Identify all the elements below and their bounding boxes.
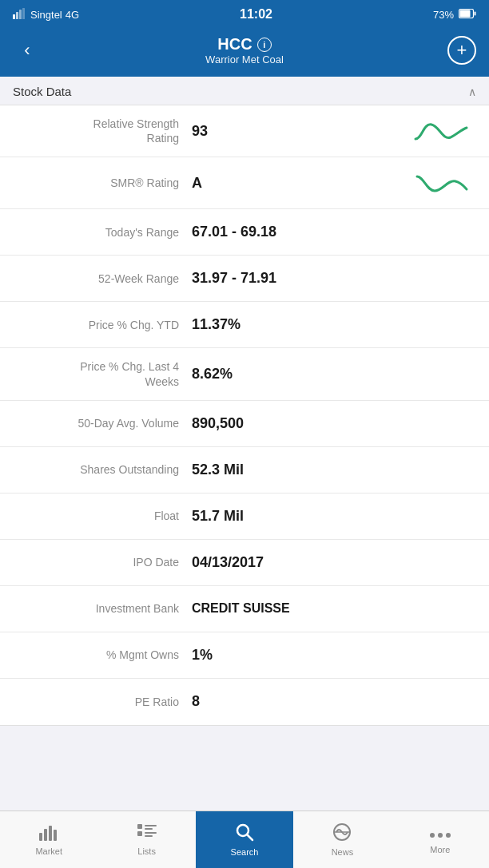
row-value: A (192, 175, 409, 192)
ticker-label: HCC (217, 35, 252, 54)
svg-rect-13 (145, 828, 153, 830)
market-icon (38, 823, 59, 843)
carrier-label: Singtel (30, 9, 62, 21)
signal-icon (13, 8, 27, 22)
nav-item-more[interactable]: More (392, 811, 489, 868)
collapse-icon[interactable]: ∧ (468, 85, 476, 98)
market-label: Market (35, 846, 62, 856)
svg-rect-14 (137, 831, 142, 836)
row-value: 890,500 (192, 415, 473, 432)
company-name: Warrior Met Coal (205, 54, 284, 65)
svg-rect-10 (54, 830, 57, 841)
row-value: 93 (192, 123, 409, 140)
app-header: ‹ HCC i Warrior Met Coal + (0, 29, 489, 77)
row-label: Float (16, 509, 192, 523)
stock-data-card: Relative Strength Rating93 SMR® RatingA … (0, 105, 489, 726)
status-bar: Singtel 4G 11:02 73% (0, 0, 489, 29)
add-button[interactable]: + (447, 36, 476, 65)
row-value: 67.01 - 69.18 (192, 224, 473, 240)
table-row: 50-Day Avg. Volume890,500 (0, 401, 489, 447)
sparkline-chart (409, 168, 473, 197)
back-button[interactable]: ‹ (13, 36, 42, 65)
svg-rect-8 (44, 829, 47, 841)
info-icon[interactable]: i (257, 38, 272, 52)
lists-label: Lists (137, 846, 156, 856)
section-label: Stock Data (13, 85, 71, 98)
search-label: Search (231, 847, 259, 857)
row-label: SMR® Rating (16, 176, 192, 190)
row-label: 50-Day Avg. Volume (16, 416, 192, 430)
row-label: Investment Bank (16, 601, 192, 616)
table-row: 52-Week Range31.97 - 71.91 (0, 256, 489, 302)
battery-label: 73% (433, 9, 454, 21)
row-value: 1% (192, 647, 473, 664)
news-label: News (332, 847, 354, 857)
table-row: IPO Date04/13/2017 (0, 540, 489, 586)
row-value: 04/13/2017 (192, 554, 473, 571)
row-label: Shares Outstanding (16, 462, 192, 477)
battery-icon (459, 9, 476, 21)
svg-point-21 (430, 833, 435, 838)
lists-icon (137, 823, 157, 843)
row-value: 8 (192, 693, 473, 710)
more-icon (429, 826, 451, 842)
more-label: More (430, 845, 450, 854)
table-row: Investment BankCREDIT SUISSE (0, 586, 489, 632)
nav-item-lists[interactable]: Lists (97, 811, 195, 868)
status-left: Singtel 4G (13, 8, 79, 22)
table-row: SMR® RatingA (0, 157, 489, 209)
nav-item-search[interactable]: Search (196, 811, 293, 868)
svg-line-18 (248, 835, 253, 841)
svg-rect-5 (474, 11, 475, 15)
row-label: Today's Range (16, 225, 192, 240)
table-row: Shares Outstanding52.3 Mil (0, 447, 489, 493)
ticker-title: HCC i (205, 35, 284, 54)
row-value: 8.62% (192, 366, 473, 382)
table-row: % Mgmt Owns1% (0, 632, 489, 679)
status-right: 73% (433, 9, 476, 21)
svg-rect-9 (49, 826, 52, 841)
row-value: 31.97 - 71.91 (192, 270, 473, 287)
svg-point-23 (446, 833, 451, 838)
section-header: Stock Data ∧ (0, 77, 489, 105)
row-label: PE Ratio (16, 695, 192, 709)
svg-rect-3 (22, 8, 25, 19)
row-label: % Mgmt Owns (16, 648, 192, 662)
row-value: 52.3 Mil (192, 462, 473, 478)
svg-rect-16 (145, 835, 153, 837)
svg-rect-0 (13, 14, 15, 19)
table-row: Price % Chg. Last 4 Weeks8.62% (0, 348, 489, 400)
network-label: 4G (66, 9, 79, 21)
nav-item-news[interactable]: News (293, 811, 391, 868)
search-icon (235, 822, 254, 844)
svg-rect-15 (145, 832, 157, 834)
row-value: 51.7 Mil (192, 508, 473, 525)
svg-rect-1 (16, 12, 18, 19)
row-label: Price % Chg. YTD (16, 318, 192, 332)
svg-rect-6 (459, 10, 470, 17)
svg-rect-7 (39, 833, 42, 841)
svg-point-22 (438, 833, 443, 838)
table-row: Today's Range67.01 - 69.18 (0, 209, 489, 256)
table-row: Float51.7 Mil (0, 493, 489, 540)
table-row: Relative Strength Rating93 (0, 105, 489, 157)
row-value: CREDIT SUISSE (192, 601, 473, 616)
row-value: 11.37% (192, 316, 473, 333)
sparkline-chart (409, 117, 473, 145)
bottom-navigation: Market Lists Search News More (0, 811, 489, 868)
table-row: Price % Chg. YTD11.37% (0, 302, 489, 348)
table-row: PE Ratio8 (0, 679, 489, 725)
row-label: Relative Strength Rating (16, 117, 192, 145)
nav-item-market[interactable]: Market (0, 811, 97, 868)
svg-rect-11 (137, 824, 142, 829)
header-title: HCC i Warrior Met Coal (205, 35, 284, 65)
svg-rect-12 (145, 825, 157, 826)
status-time: 11:02 (240, 7, 272, 22)
news-icon (332, 822, 352, 844)
row-label: Price % Chg. Last 4 Weeks (16, 359, 192, 388)
row-label: IPO Date (16, 555, 192, 569)
svg-rect-2 (19, 10, 22, 19)
row-label: 52-Week Range (16, 271, 192, 286)
